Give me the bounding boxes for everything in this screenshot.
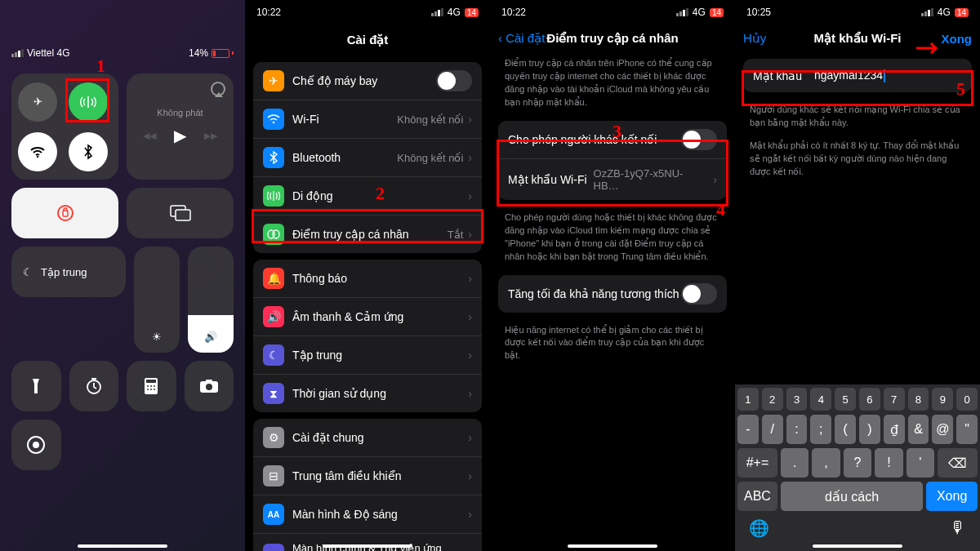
- globe-icon[interactable]: 🌐: [749, 518, 769, 538]
- key[interactable]: ): [859, 415, 880, 444]
- row-compat[interactable]: Tăng tối đa khả năng tương thích: [498, 275, 727, 313]
- camera-button[interactable]: [185, 361, 234, 411]
- keyboard[interactable]: 1234567890 -/:;()₫&@" #+= .,?!' ⌫ ABC dấ…: [735, 384, 980, 551]
- key-backspace[interactable]: ⌫: [938, 448, 978, 478]
- key[interactable]: 0: [956, 388, 978, 411]
- annotation-5: 5: [956, 78, 965, 100]
- volume-slider[interactable]: 🔊: [188, 247, 234, 353]
- home-indicator[interactable]: [78, 544, 167, 548]
- row-notifications[interactable]: 🔔Thông báo›: [253, 260, 482, 298]
- connectivity-tile[interactable]: ✈︎: [11, 73, 118, 180]
- key[interactable]: -: [737, 415, 759, 444]
- svg-point-19: [273, 122, 275, 124]
- row-cellular[interactable]: Di động›: [253, 177, 482, 216]
- screen-mirror[interactable]: [127, 188, 234, 238]
- row-general[interactable]: ⚙Cài đặt chung›: [253, 419, 482, 457]
- row-focus[interactable]: ☾Tập trung›: [253, 336, 482, 375]
- flashlight-button[interactable]: [11, 361, 61, 411]
- airplane-toggle[interactable]: ✈︎: [18, 82, 57, 122]
- home-indicator[interactable]: [813, 544, 902, 548]
- row-sounds[interactable]: 🔊Âm thanh & Cảm ứng›: [253, 298, 482, 336]
- navbar: ‹ Cài đặt Điểm truy cập cá nhân: [490, 24, 735, 52]
- cellular-toggle[interactable]: [69, 82, 108, 122]
- airplay-icon[interactable]: [211, 82, 225, 96]
- row-bluetooth[interactable]: BluetoothKhông kết nối›: [253, 139, 482, 177]
- done-button[interactable]: Xong: [942, 32, 973, 46]
- row-allow-others[interactable]: Cho phép người khác kết nối: [498, 121, 727, 159]
- key[interactable]: 8: [908, 388, 929, 411]
- battery-badge: 14: [465, 8, 479, 17]
- row-display[interactable]: AAMàn hình & Độ sáng›: [253, 495, 482, 534]
- network: 4G: [938, 7, 951, 18]
- key[interactable]: ?: [844, 448, 871, 478]
- key[interactable]: (: [835, 415, 856, 444]
- key[interactable]: ': [906, 448, 934, 478]
- svg-point-18: [33, 442, 39, 448]
- bluetooth-toggle[interactable]: [69, 132, 108, 171]
- cancel-button[interactable]: Hủy: [743, 31, 766, 46]
- password-field-row[interactable]: Mật khẩu ngaymai1234: [743, 59, 972, 92]
- row-homescreen[interactable]: ▦Màn hình chính & Thư viện ứng dụng›: [253, 534, 482, 551]
- svg-point-15: [206, 384, 212, 390]
- password-input[interactable]: ngaymai1234: [814, 69, 962, 82]
- key[interactable]: 1: [737, 388, 759, 411]
- mic-icon[interactable]: 🎙: [950, 518, 966, 538]
- key[interactable]: :: [786, 415, 808, 444]
- key[interactable]: &: [908, 415, 929, 444]
- key-done[interactable]: Xong: [926, 482, 978, 511]
- key[interactable]: 3: [786, 388, 808, 411]
- focus-button[interactable]: ☾ Tập trung: [11, 247, 126, 297]
- moon-icon: ☾: [23, 266, 33, 278]
- brightness-slider[interactable]: ☀: [134, 247, 180, 353]
- settings-group-notifications: 🔔Thông báo› 🔊Âm thanh & Cảm ứng› ☾Tập tr…: [253, 260, 482, 412]
- wifi-toggle[interactable]: [18, 132, 57, 171]
- key[interactable]: .: [781, 448, 808, 478]
- rotation-lock[interactable]: [11, 188, 118, 238]
- key[interactable]: ,: [812, 448, 840, 478]
- svg-rect-7: [146, 380, 156, 383]
- row-control-center[interactable]: ⊟Trung tâm điều khiển›: [253, 457, 482, 495]
- key[interactable]: 5: [835, 388, 856, 411]
- key[interactable]: ₫: [884, 415, 905, 444]
- home-indicator[interactable]: [568, 544, 657, 548]
- key[interactable]: /: [762, 415, 783, 444]
- media-tile[interactable]: Không phát ◀◀ ▶ ▶▶: [127, 73, 234, 180]
- key[interactable]: ": [956, 415, 978, 444]
- compat-toggle[interactable]: [681, 283, 717, 304]
- carrier-label: Viettel 4G: [27, 47, 69, 59]
- network: 4G: [693, 7, 706, 18]
- next-icon[interactable]: ▶▶: [204, 131, 217, 141]
- svg-point-8: [147, 385, 149, 387]
- key[interactable]: ;: [810, 415, 831, 444]
- prev-icon[interactable]: ◀◀: [143, 131, 156, 141]
- row-screentime[interactable]: ⧗Thời gian sử dụng›: [253, 375, 482, 412]
- screen-record-button[interactable]: [11, 420, 61, 470]
- key-alt[interactable]: #+=: [737, 448, 777, 478]
- play-icon[interactable]: ▶: [174, 126, 186, 145]
- key-space[interactable]: dấu cách: [781, 482, 923, 511]
- svg-point-12: [150, 389, 152, 390]
- home-indicator[interactable]: [323, 544, 412, 548]
- key[interactable]: 6: [859, 388, 880, 411]
- airplane-toggle[interactable]: [436, 70, 472, 91]
- row-wifi-password[interactable]: Mật khẩu Wi-Fi OzZB-1yQ7-x5NU-HB… ›: [498, 159, 727, 200]
- key[interactable]: !: [875, 448, 902, 478]
- key[interactable]: 7: [884, 388, 905, 411]
- key[interactable]: @: [932, 415, 953, 444]
- svg-point-13: [154, 389, 155, 390]
- kbd-row-bottom: ABC dấu cách Xong: [737, 482, 978, 511]
- back-button[interactable]: ‹ Cài đặt: [498, 31, 545, 46]
- phone-password: 10:25 4G 14 Hủy Mật khẩu Wi-Fi Xong Mật …: [735, 0, 980, 551]
- key[interactable]: 4: [810, 388, 831, 411]
- kbd-row-nums: 1234567890: [737, 388, 978, 411]
- kbd-row-sym1: -/:;()₫&@": [737, 415, 978, 444]
- row-wifi[interactable]: Wi-FiKhông kết nối›: [253, 100, 482, 139]
- allow-toggle[interactable]: [681, 129, 717, 150]
- key-abc[interactable]: ABC: [737, 482, 777, 511]
- calculator-button[interactable]: [127, 361, 176, 411]
- row-airplane[interactable]: ✈︎Chế độ máy bay: [253, 62, 482, 100]
- row-hotspot[interactable]: Điểm truy cập cá nhânTắt›: [253, 216, 482, 253]
- key[interactable]: 2: [762, 388, 783, 411]
- timer-button[interactable]: [69, 361, 119, 411]
- key[interactable]: 9: [932, 388, 953, 411]
